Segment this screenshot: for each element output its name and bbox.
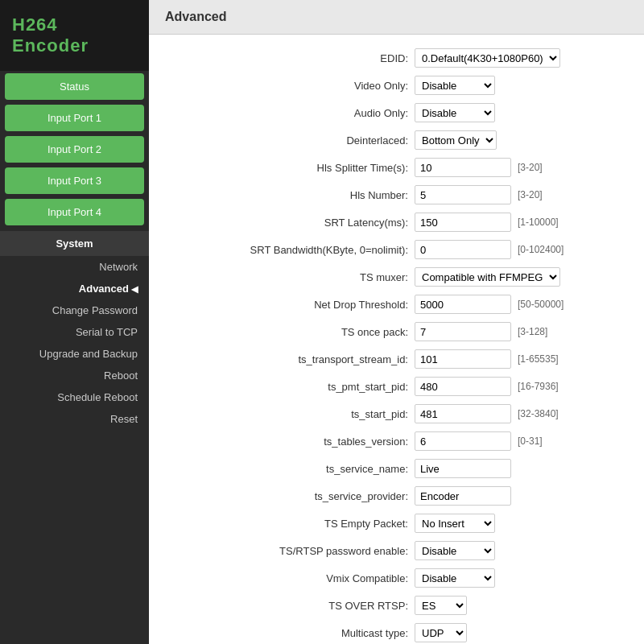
ts-pmt-input[interactable]: [415, 377, 511, 396]
ts-rtsp-password-select[interactable]: Disable: [415, 541, 495, 560]
ts-pmt-label: ts_pmt_start_pid:: [165, 381, 415, 393]
hls-splitter-control: [3-20]: [415, 158, 543, 177]
hls-number-input[interactable]: [415, 185, 511, 204]
ts-transport-input[interactable]: [415, 349, 511, 369]
ts-service-provider-label: ts_service_provider:: [165, 490, 415, 502]
ts-empty-select[interactable]: No Insert: [415, 514, 495, 533]
hls-number-control: [3-20]: [415, 185, 543, 204]
net-drop-hint: [50-50000]: [518, 299, 564, 310]
ts-tables-control: [0-31]: [415, 431, 543, 451]
ts-over-rtsp-label: TS OVER RTSP:: [165, 600, 415, 612]
deinterlaced-control: Bottom Only: [415, 130, 497, 150]
sidebar-btn-input-port-1[interactable]: Input Port 1: [5, 105, 144, 131]
ts-start-pid-row: ts_start_pid: [32-3840]: [165, 402, 628, 425]
ts-tables-input[interactable]: [415, 431, 511, 451]
vmix-row: Vmix Compatible: Disable: [165, 567, 628, 589]
ts-empty-row: TS Empty Packet: No Insert: [165, 512, 628, 535]
ts-service-provider-input[interactable]: [415, 486, 511, 506]
hls-number-row: Hls Number: [3-20]: [165, 184, 628, 206]
ts-pmt-hint: [16-7936]: [518, 381, 559, 392]
hls-splitter-row: Hls Splitter Time(s): [3-20]: [165, 156, 628, 179]
ts-rtsp-password-row: TS/RTSP password enable: Disable: [165, 539, 628, 562]
sidebar-btn-status[interactable]: Status: [5, 73, 144, 100]
hls-splitter-label: Hls Splitter Time(s):: [165, 162, 415, 174]
deinterlaced-label: Deinterlaced:: [165, 134, 415, 147]
sidebar-link-upgrade-backup[interactable]: Upgrade and Backup: [0, 343, 149, 365]
main-content: Advanced EDID: 0.Default(4K30+1080P60) V…: [149, 0, 644, 644]
ts-pmt-control: [16-7936]: [415, 377, 559, 396]
sidebar-link-reboot[interactable]: Reboot: [0, 365, 149, 386]
net-drop-control: [50-50000]: [415, 295, 564, 314]
sidebar-link-serial-to-tcp[interactable]: Serial to TCP: [0, 321, 149, 343]
multicast-type-control: UDP: [415, 623, 467, 642]
video-only-row: Video Only: Disable: [165, 74, 628, 97]
audio-only-select[interactable]: Disable: [415, 103, 495, 122]
edid-row: EDID: 0.Default(4K30+1080P60): [165, 47, 628, 69]
srt-bandwidth-input[interactable]: [415, 240, 511, 259]
hls-splitter-input[interactable]: [415, 158, 511, 177]
ts-tables-label: ts_tables_version:: [165, 436, 415, 448]
ts-transport-row: ts_transport_stream_id: [1-65535]: [165, 348, 628, 370]
video-only-control: Disable: [415, 76, 495, 95]
ts-service-name-input[interactable]: [415, 459, 511, 478]
multicast-type-select[interactable]: UDP: [415, 623, 467, 642]
ts-rtsp-password-label: TS/RTSP password enable:: [165, 545, 415, 557]
advanced-form: EDID: 0.Default(4K30+1080P60) Video Only…: [149, 35, 644, 644]
ts-once-pack-label: TS once pack:: [165, 326, 415, 338]
hls-number-hint: [3-20]: [518, 189, 543, 200]
sidebar-btn-input-port-4[interactable]: Input Port 4: [5, 199, 144, 225]
multicast-type-row: Multicast type: UDP: [165, 621, 628, 644]
ts-empty-label: TS Empty Packet:: [165, 518, 415, 530]
ts-tables-row: ts_tables_version: [0-31]: [165, 430, 628, 452]
sidebar-link-schedule-reboot[interactable]: Schedule Reboot: [0, 386, 149, 408]
edid-label: EDID:: [165, 52, 415, 64]
ts-start-pid-input[interactable]: [415, 404, 511, 423]
ts-service-name-row: ts_service_name:: [165, 457, 628, 480]
sidebar-section-system: System: [0, 231, 149, 256]
ts-once-pack-input[interactable]: [415, 322, 511, 341]
ts-over-rtsp-select[interactable]: ES: [415, 596, 467, 615]
sidebar: H264 Encoder Status Input Port 1 Input P…: [0, 0, 149, 644]
ts-transport-control: [1-65535]: [415, 349, 559, 369]
ts-service-name-control: [415, 459, 511, 478]
srt-bandwidth-label: SRT Bandwidth(KByte, 0=nolimit):: [165, 244, 415, 256]
ts-tables-hint: [0-31]: [518, 436, 543, 447]
ts-once-pack-control: [3-128]: [415, 322, 547, 341]
deinterlaced-row: Deinterlaced: Bottom Only: [165, 129, 628, 151]
net-drop-input[interactable]: [415, 295, 511, 314]
sidebar-btn-input-port-3[interactable]: Input Port 3: [5, 167, 144, 194]
srt-latency-row: SRT Latency(ms): [1-10000]: [165, 211, 628, 233]
deinterlaced-select[interactable]: Bottom Only: [415, 130, 497, 150]
edid-select[interactable]: 0.Default(4K30+1080P60): [415, 48, 560, 68]
ts-muxer-select[interactable]: Compatible with FFMPEG: [415, 267, 560, 287]
ts-transport-hint: [1-65535]: [518, 353, 559, 365]
srt-latency-input[interactable]: [415, 213, 511, 232]
vmix-select[interactable]: Disable: [415, 568, 495, 588]
ts-start-pid-label: ts_start_pid:: [165, 408, 415, 420]
ts-service-provider-control: [415, 486, 511, 506]
ts-once-pack-hint: [3-128]: [518, 326, 547, 337]
video-only-label: Video Only:: [165, 80, 415, 92]
sidebar-btn-input-port-2[interactable]: Input Port 2: [5, 136, 144, 163]
sidebar-link-advanced[interactable]: Advanced: [0, 278, 149, 299]
sidebar-link-network[interactable]: Network: [0, 256, 149, 278]
multicast-type-label: Multicast type:: [165, 627, 415, 639]
audio-only-label: Audio Only:: [165, 107, 415, 119]
hls-splitter-hint: [3-20]: [518, 162, 543, 173]
net-drop-label: Net Drop Threshold:: [165, 299, 415, 311]
ts-service-name-label: ts_service_name:: [165, 463, 415, 475]
srt-bandwidth-control: [0-102400]: [415, 240, 564, 259]
hls-number-label: Hls Number:: [165, 189, 415, 201]
ts-muxer-control: Compatible with FFMPEG: [415, 267, 560, 287]
sidebar-link-change-password[interactable]: Change Password: [0, 299, 149, 321]
ts-over-rtsp-control: ES: [415, 596, 467, 615]
sidebar-link-reset[interactable]: Reset: [0, 408, 149, 430]
ts-muxer-label: TS muxer:: [165, 271, 415, 283]
srt-bandwidth-hint: [0-102400]: [518, 244, 564, 255]
ts-over-rtsp-row: TS OVER RTSP: ES: [165, 594, 628, 617]
srt-bandwidth-row: SRT Bandwidth(KByte, 0=nolimit): [0-1024…: [165, 238, 628, 261]
video-only-select[interactable]: Disable: [415, 76, 495, 95]
ts-service-provider-row: ts_service_provider:: [165, 485, 628, 507]
srt-latency-label: SRT Latency(ms):: [165, 217, 415, 229]
ts-pmt-row: ts_pmt_start_pid: [16-7936]: [165, 375, 628, 398]
